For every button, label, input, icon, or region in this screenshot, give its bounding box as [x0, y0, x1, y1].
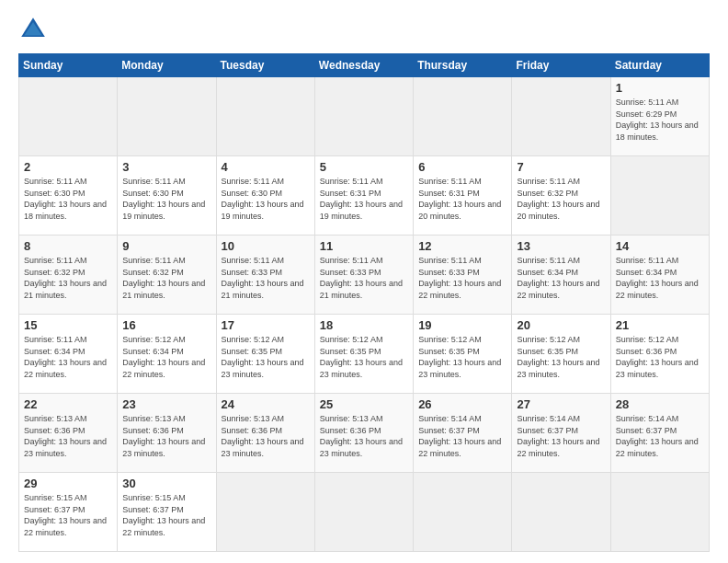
day-number: 4 [222, 160, 310, 174]
header-cell-sunday: Sunday [19, 54, 118, 77]
day-number: 17 [222, 318, 310, 332]
day-info: Sunrise: 5:11 AMSunset: 6:32 PMDaylight:… [122, 256, 205, 300]
day-number: 3 [122, 160, 210, 174]
day-number: 26 [418, 397, 506, 411]
day-number: 21 [616, 318, 704, 332]
header [18, 15, 710, 44]
calendar-cell: 20 Sunrise: 5:12 AMSunset: 6:35 PMDaylig… [512, 315, 610, 394]
calendar-cell: 4 Sunrise: 5:11 AMSunset: 6:30 PMDayligh… [216, 156, 314, 236]
calendar-cell: 25 Sunrise: 5:13 AMSunset: 6:36 PMDaylig… [314, 394, 413, 473]
calendar-cell [512, 473, 610, 552]
day-number: 10 [222, 239, 310, 253]
calendar-cell [414, 473, 512, 552]
day-info: Sunrise: 5:15 AMSunset: 6:37 PMDaylight:… [24, 493, 107, 537]
calendar-cell [610, 156, 709, 236]
day-info: Sunrise: 5:12 AMSunset: 6:34 PMDaylight:… [122, 335, 205, 379]
calendar-cell: 11 Sunrise: 5:11 AMSunset: 6:33 PMDaylig… [314, 236, 413, 315]
calendar-cell: 8 Sunrise: 5:11 AMSunset: 6:32 PMDayligh… [19, 236, 118, 315]
day-info: Sunrise: 5:11 AMSunset: 6:34 PMDaylight:… [517, 256, 599, 300]
day-number: 11 [320, 239, 408, 253]
day-info: Sunrise: 5:15 AMSunset: 6:37 PMDaylight:… [122, 493, 205, 537]
logo-icon [18, 15, 48, 44]
calendar-cell: 14 Sunrise: 5:11 AMSunset: 6:34 PMDaylig… [610, 236, 709, 315]
calendar-cell: 21 Sunrise: 5:12 AMSunset: 6:36 PMDaylig… [610, 315, 709, 394]
day-number: 22 [24, 397, 112, 411]
day-info: Sunrise: 5:11 AMSunset: 6:33 PMDaylight:… [222, 256, 304, 300]
day-number: 14 [616, 239, 704, 253]
day-info: Sunrise: 5:12 AMSunset: 6:36 PMDaylight:… [616, 335, 699, 379]
calendar-cell: 3 Sunrise: 5:11 AMSunset: 6:30 PMDayligh… [118, 156, 216, 236]
day-info: Sunrise: 5:11 AMSunset: 6:29 PMDaylight:… [616, 98, 699, 142]
calendar-cell: 15 Sunrise: 5:11 AMSunset: 6:34 PMDaylig… [19, 315, 118, 394]
day-number: 28 [616, 397, 704, 411]
day-info: Sunrise: 5:11 AMSunset: 6:32 PMDaylight:… [517, 177, 599, 221]
day-info: Sunrise: 5:11 AMSunset: 6:33 PMDaylight:… [418, 256, 501, 300]
calendar-cell: 9 Sunrise: 5:11 AMSunset: 6:32 PMDayligh… [118, 236, 216, 315]
calendar-header: SundayMondayTuesdayWednesdayThursdayFrid… [19, 54, 710, 77]
calendar-cell [414, 77, 512, 156]
calendar-cell: 6 Sunrise: 5:11 AMSunset: 6:31 PMDayligh… [414, 156, 512, 236]
day-number: 24 [222, 397, 310, 411]
calendar-cell: 27 Sunrise: 5:14 AMSunset: 6:37 PMDaylig… [512, 394, 610, 473]
calendar-cell: 16 Sunrise: 5:12 AMSunset: 6:34 PMDaylig… [118, 315, 216, 394]
calendar-cell: 26 Sunrise: 5:14 AMSunset: 6:37 PMDaylig… [414, 394, 512, 473]
day-number: 23 [122, 397, 210, 411]
calendar-cell: 17 Sunrise: 5:12 AMSunset: 6:35 PMDaylig… [216, 315, 314, 394]
calendar-cell: 13 Sunrise: 5:11 AMSunset: 6:34 PMDaylig… [512, 236, 610, 315]
header-cell-tuesday: Tuesday [216, 54, 314, 77]
day-number: 7 [517, 160, 605, 174]
day-number: 30 [122, 477, 210, 490]
calendar-body: 1 Sunrise: 5:11 AMSunset: 6:29 PMDayligh… [19, 77, 710, 552]
calendar-cell: 22 Sunrise: 5:13 AMSunset: 6:36 PMDaylig… [19, 394, 118, 473]
logo [18, 15, 53, 44]
calendar-cell [118, 77, 216, 156]
day-number: 9 [122, 239, 210, 253]
day-number: 18 [320, 318, 408, 332]
day-info: Sunrise: 5:11 AMSunset: 6:30 PMDaylight:… [24, 177, 107, 221]
day-info: Sunrise: 5:14 AMSunset: 6:37 PMDaylight:… [418, 414, 501, 458]
day-number: 13 [517, 239, 605, 253]
day-number: 25 [320, 397, 408, 411]
calendar-cell: 5 Sunrise: 5:11 AMSunset: 6:31 PMDayligh… [314, 156, 413, 236]
header-cell-wednesday: Wednesday [314, 54, 413, 77]
calendar-cell: 23 Sunrise: 5:13 AMSunset: 6:36 PMDaylig… [118, 394, 216, 473]
day-number: 15 [24, 318, 112, 332]
week-row-2: 8 Sunrise: 5:11 AMSunset: 6:32 PMDayligh… [19, 236, 710, 315]
page: SundayMondayTuesdayWednesdayThursdayFrid… [0, 0, 728, 563]
calendar-cell [610, 473, 709, 552]
day-info: Sunrise: 5:11 AMSunset: 6:32 PMDaylight:… [24, 256, 107, 300]
day-number: 16 [122, 318, 210, 332]
day-info: Sunrise: 5:13 AMSunset: 6:36 PMDaylight:… [24, 414, 107, 458]
calendar-cell [216, 77, 314, 156]
day-info: Sunrise: 5:11 AMSunset: 6:31 PMDaylight:… [418, 177, 501, 221]
day-number: 5 [320, 160, 408, 174]
calendar-cell: 30 Sunrise: 5:15 AMSunset: 6:37 PMDaylig… [118, 473, 216, 552]
day-number: 12 [418, 239, 506, 253]
day-info: Sunrise: 5:11 AMSunset: 6:34 PMDaylight:… [616, 256, 699, 300]
day-number: 19 [418, 318, 506, 332]
calendar-cell [314, 473, 413, 552]
day-number: 8 [24, 239, 112, 253]
week-row-5: 29 Sunrise: 5:15 AMSunset: 6:37 PMDaylig… [19, 473, 710, 552]
calendar-table: SundayMondayTuesdayWednesdayThursdayFrid… [18, 53, 710, 552]
header-cell-monday: Monday [118, 54, 216, 77]
calendar-cell: 2 Sunrise: 5:11 AMSunset: 6:30 PMDayligh… [19, 156, 118, 236]
calendar-cell: 10 Sunrise: 5:11 AMSunset: 6:33 PMDaylig… [216, 236, 314, 315]
day-info: Sunrise: 5:11 AMSunset: 6:34 PMDaylight:… [24, 335, 107, 379]
day-number: 6 [418, 160, 506, 174]
day-info: Sunrise: 5:12 AMSunset: 6:35 PMDaylight:… [320, 335, 403, 379]
calendar-cell: 18 Sunrise: 5:12 AMSunset: 6:35 PMDaylig… [314, 315, 413, 394]
header-row: SundayMondayTuesdayWednesdayThursdayFrid… [19, 54, 710, 77]
day-info: Sunrise: 5:12 AMSunset: 6:35 PMDaylight:… [222, 335, 304, 379]
week-row-1: 2 Sunrise: 5:11 AMSunset: 6:30 PMDayligh… [19, 156, 710, 236]
day-number: 2 [24, 160, 112, 174]
day-info: Sunrise: 5:11 AMSunset: 6:31 PMDaylight:… [320, 177, 403, 221]
calendar-cell: 12 Sunrise: 5:11 AMSunset: 6:33 PMDaylig… [414, 236, 512, 315]
day-info: Sunrise: 5:11 AMSunset: 6:30 PMDaylight:… [222, 177, 304, 221]
day-info: Sunrise: 5:13 AMSunset: 6:36 PMDaylight:… [320, 414, 403, 458]
day-info: Sunrise: 5:14 AMSunset: 6:37 PMDaylight:… [517, 414, 599, 458]
day-info: Sunrise: 5:12 AMSunset: 6:35 PMDaylight:… [517, 335, 599, 379]
day-info: Sunrise: 5:14 AMSunset: 6:37 PMDaylight:… [616, 414, 699, 458]
calendar-cell: 19 Sunrise: 5:12 AMSunset: 6:35 PMDaylig… [414, 315, 512, 394]
calendar-cell: 1 Sunrise: 5:11 AMSunset: 6:29 PMDayligh… [610, 77, 709, 156]
